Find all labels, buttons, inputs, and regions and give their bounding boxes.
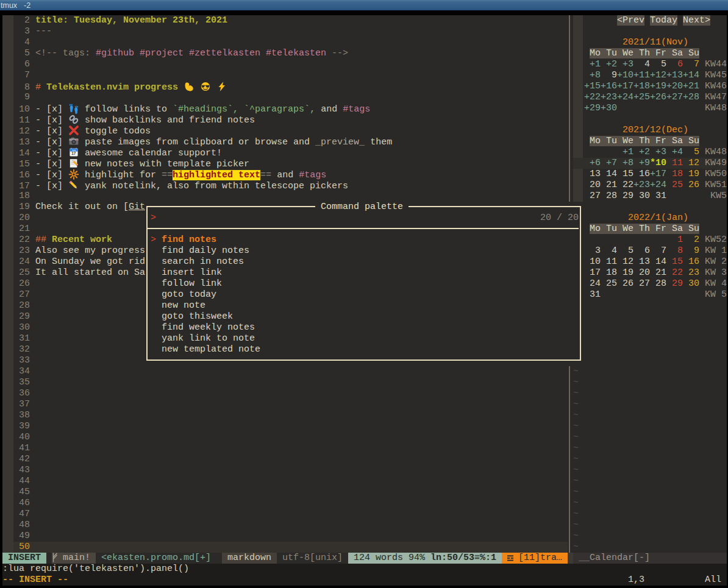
svg-text:17: 17 <box>71 151 76 155</box>
